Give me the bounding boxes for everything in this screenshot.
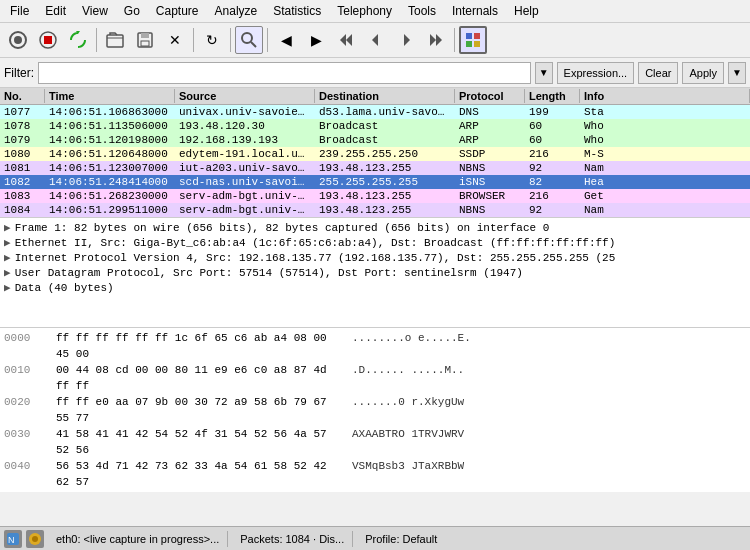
find-packet-button[interactable] (235, 26, 263, 54)
cell-dst: d53.lama.univ-savoie.f (315, 105, 455, 119)
apply-filter-button[interactable]: Apply (682, 62, 724, 84)
list-item[interactable]: ▶Data (40 bytes) (0, 280, 750, 295)
hex-ascii: ........o e.....E. (352, 330, 471, 362)
table-row[interactable]: 1078 14:06:51.113506000 193.48.120.30 Br… (0, 119, 750, 133)
svg-rect-7 (141, 33, 149, 38)
list-item[interactable]: ▶Internet Protocol Version 4, Src: 192.1… (0, 250, 750, 265)
cell-len: 82 (525, 175, 580, 189)
cell-no: 1082 (0, 175, 45, 189)
table-row[interactable]: 1083 14:06:51.268230000 serv-adm-bgt.uni… (0, 189, 750, 203)
cell-src: serv-adm-bgt.univ-sav (175, 203, 315, 217)
restart-capture-button[interactable] (64, 26, 92, 54)
filter-dropdown-button[interactable]: ▼ (535, 62, 553, 84)
expand-arrow-icon: ▶ (4, 251, 11, 264)
cell-len: 199 (525, 105, 580, 119)
table-row[interactable]: 1082 14:06:51.248414000 scd-nas.univ-sav… (0, 175, 750, 189)
cell-dst: 255.255.255.255 (315, 175, 455, 189)
status-packets: Packets: 1084 · Dis... (232, 531, 353, 547)
status-icon-capture (26, 530, 44, 548)
cell-info: Who (580, 119, 750, 133)
expand-arrow-icon: ▶ (4, 221, 11, 234)
packet-list-header: No. Time Source Destination Protocol Len… (0, 88, 750, 105)
filter-input[interactable] (38, 62, 531, 84)
cell-proto: iSNS (455, 175, 525, 189)
menu-file[interactable]: File (4, 2, 35, 20)
cell-src: 192.168.139.193 (175, 133, 315, 147)
menu-go[interactable]: Go (118, 2, 146, 20)
start-capture-button[interactable] (4, 26, 32, 54)
menu-statistics[interactable]: Statistics (267, 2, 327, 20)
clear-filter-button[interactable]: Clear (638, 62, 678, 84)
open-file-button[interactable] (101, 26, 129, 54)
cell-proto: ARP (455, 133, 525, 147)
close-file-button[interactable]: ✕ (161, 26, 189, 54)
list-item: 0000 ff ff ff ff ff ff 1c 6f 65 c6 ab a4… (4, 330, 746, 362)
expression-button[interactable]: Expression... (557, 62, 635, 84)
go-previous-button[interactable] (362, 26, 390, 54)
cell-dst: 239.255.255.250 (315, 147, 455, 161)
save-file-button[interactable] (131, 26, 159, 54)
menu-capture[interactable]: Capture (150, 2, 205, 20)
list-item: 0040 56 53 4d 71 42 73 62 33 4a 54 61 58… (4, 458, 746, 490)
cell-dst: 193.48.123.255 (315, 189, 455, 203)
cell-len: 92 (525, 161, 580, 175)
svg-rect-19 (466, 41, 472, 47)
cell-no: 1077 (0, 105, 45, 119)
hex-offset: 0030 (4, 426, 40, 458)
filter-end-dropdown-button[interactable]: ▼ (728, 62, 746, 84)
cell-no: 1084 (0, 203, 45, 217)
svg-marker-11 (340, 34, 346, 46)
go-first-button[interactable] (332, 26, 360, 54)
table-row[interactable]: 1081 14:06:51.123007000 iut-a203.univ-sa… (0, 161, 750, 175)
packet-rows: 1077 14:06:51.106863000 univax.univ-savo… (0, 105, 750, 217)
cell-no: 1081 (0, 161, 45, 175)
toolbar-separator-1 (96, 28, 97, 52)
cell-time: 14:06:51.268230000 (45, 189, 175, 203)
cell-proto: NBNS (455, 203, 525, 217)
detail-text: Ethernet II, Src: Giga-Byt_c6:ab:a4 (1c:… (15, 237, 616, 249)
hex-offset: 0000 (4, 330, 40, 362)
go-last-button[interactable] (422, 26, 450, 54)
list-item[interactable]: ▶User Datagram Protocol, Src Port: 57514… (0, 265, 750, 280)
hex-bytes: 41 58 41 41 42 54 52 4f 31 54 52 56 4a 5… (56, 426, 336, 458)
cell-info: Sta (580, 105, 750, 119)
cell-src: 193.48.120.30 (175, 119, 315, 133)
table-row[interactable]: 1084 14:06:51.299511000 serv-adm-bgt.uni… (0, 203, 750, 217)
detail-rows: ▶Frame 1: 82 bytes on wire (656 bits), 8… (0, 220, 750, 295)
menubar: File Edit View Go Capture Analyze Statis… (0, 0, 750, 23)
menu-tools[interactable]: Tools (402, 2, 442, 20)
cell-info: Nam (580, 161, 750, 175)
svg-marker-13 (372, 34, 378, 46)
list-item[interactable]: ▶Frame 1: 82 bytes on wire (656 bits), 8… (0, 220, 750, 235)
table-row[interactable]: 1080 14:06:51.120648000 edytem-191.local… (0, 147, 750, 161)
cell-len: 92 (525, 203, 580, 217)
go-forward-button[interactable]: ▶ (302, 26, 330, 54)
go-back-button[interactable]: ◀ (272, 26, 300, 54)
hex-ascii: .D...... .....M.. (352, 362, 464, 394)
colorize-button[interactable] (459, 26, 487, 54)
expand-arrow-icon: ▶ (4, 236, 11, 249)
reload-button[interactable]: ↻ (198, 26, 226, 54)
cell-info: M-S (580, 147, 750, 161)
menu-view[interactable]: View (76, 2, 114, 20)
svg-rect-18 (474, 33, 480, 39)
hex-offset: 0010 (4, 362, 40, 394)
list-item[interactable]: ▶Ethernet II, Src: Giga-Byt_c6:ab:a4 (1c… (0, 235, 750, 250)
table-row[interactable]: 1079 14:06:51.120198000 192.168.139.193 … (0, 133, 750, 147)
packet-detail: ▶Frame 1: 82 bytes on wire (656 bits), 8… (0, 218, 750, 328)
menu-analyze[interactable]: Analyze (209, 2, 264, 20)
table-row[interactable]: 1077 14:06:51.106863000 univax.univ-savo… (0, 105, 750, 119)
stop-capture-button[interactable] (34, 26, 62, 54)
col-header-length: Length (525, 89, 580, 103)
menu-help[interactable]: Help (508, 2, 545, 20)
hex-ascii: VSMqBsb3 JTaXRBbW (352, 458, 464, 490)
go-next-button[interactable] (392, 26, 420, 54)
filter-label: Filter: (4, 66, 34, 80)
cell-no: 1080 (0, 147, 45, 161)
svg-rect-8 (141, 41, 149, 46)
menu-internals[interactable]: Internals (446, 2, 504, 20)
menu-telephony[interactable]: Telephony (331, 2, 398, 20)
list-item: 0020 ff ff e0 aa 07 9b 00 30 72 a9 58 6b… (4, 394, 746, 426)
cell-no: 1078 (0, 119, 45, 133)
menu-edit[interactable]: Edit (39, 2, 72, 20)
